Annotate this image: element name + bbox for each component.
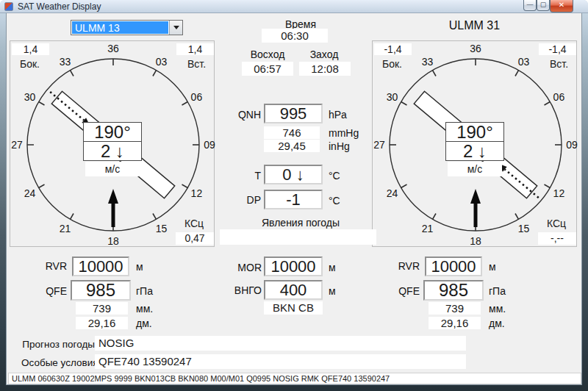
left-rvr-field[interactable]: 10000 <box>72 257 129 276</box>
temperature-label: T <box>234 170 261 182</box>
svg-text:33: 33 <box>422 56 434 68</box>
vngo-field[interactable]: 400 <box>264 280 323 300</box>
qnh-hpa-unit: hPa <box>329 109 347 121</box>
maximize-button[interactable]: ▢ <box>537 0 550 11</box>
close-button[interactable]: ✕ <box>550 0 573 12</box>
qnh-inhg-unit: inHg <box>329 140 350 152</box>
svg-text:06: 06 <box>553 91 565 103</box>
vngo-unit: м <box>329 285 336 297</box>
right-qfe-mm-value: 739 <box>429 302 481 315</box>
qnh-label: QNH <box>234 109 261 121</box>
special-conditions-field[interactable]: QFE740 13590247 <box>95 354 466 369</box>
right-wind-speed: 2 ↓ <box>445 141 504 161</box>
window-titlebar[interactable]: SAT Weather Display <box>0 0 588 13</box>
svg-text:03: 03 <box>518 56 530 68</box>
right-wind-unit: м/с <box>448 162 502 176</box>
svg-text:30: 30 <box>387 91 398 103</box>
wind-arrow-icon <box>108 189 118 227</box>
right-qfe-dm-value: 29,16 <box>429 317 481 329</box>
right-wind-direction: 190° <box>445 122 504 142</box>
svg-text:12: 12 <box>553 187 565 199</box>
dewpoint-unit: °C <box>329 195 340 207</box>
left-qfe-mm-unit: мм. <box>136 303 153 315</box>
mor-field[interactable]: 10000 <box>264 257 323 276</box>
forecast-field[interactable]: NOSIG <box>95 336 466 351</box>
right-ksc-label: КСц <box>538 218 575 229</box>
runway-selector[interactable]: ULMM 13 <box>71 20 183 35</box>
left-compass-panel: 1,4 Бок. 1,4 Вст. 3603 0609 1215 <box>10 40 215 247</box>
left-qfe-mm-value: 739 <box>76 302 128 315</box>
qnh-mmhg-unit: mmHg <box>329 127 359 139</box>
qnh-hpa-field[interactable]: 995 <box>264 104 323 123</box>
cloud-type-value: BKN CB <box>264 301 323 315</box>
sunrise-value: 06:57 <box>242 62 293 76</box>
svg-text:15: 15 <box>518 223 530 234</box>
forecast-label: Прогноз погоды <box>21 339 95 350</box>
right-rvr-field[interactable]: 10000 <box>425 257 482 276</box>
left-qfe-label: QFE <box>30 285 67 297</box>
approach-arrow-icon <box>50 92 90 125</box>
svg-text:27: 27 <box>11 139 23 151</box>
metar-statusbar: ULMM 060630Z 19002MPS 9999 BKN013CB BKN0… <box>8 373 581 384</box>
svg-text:06: 06 <box>191 91 203 103</box>
right-panel-title: ULMM 31 <box>372 19 577 32</box>
qnh-mmhg-value: 746 <box>264 126 320 139</box>
right-qfe-label: QFE <box>383 285 420 297</box>
right-compass-panel: -1,4 Бок. -1,4 Вст. 3603 0609 1215 <box>372 40 577 247</box>
left-wind-direction: 190° <box>83 122 142 142</box>
svg-text:30: 30 <box>24 91 36 103</box>
wind-arrow-icon <box>470 189 481 227</box>
special-conditions-label: Особые условия <box>21 357 95 368</box>
svg-text:24: 24 <box>387 187 398 199</box>
svg-text:36: 36 <box>470 43 481 54</box>
weather-phenomena-label: Явления погоды <box>243 217 358 229</box>
right-rvr-unit: м <box>489 261 496 273</box>
svg-text:18: 18 <box>470 235 481 247</box>
temperature-unit: °C <box>329 170 340 182</box>
runway-selector-dropdown-button[interactable] <box>169 21 182 35</box>
temperature-field[interactable]: 0 ↓ <box>264 165 323 184</box>
svg-text:33: 33 <box>60 56 71 68</box>
svg-text:09: 09 <box>566 139 578 151</box>
right-qfe-dm-unit: дм. <box>489 318 505 329</box>
weather-phenomena-field[interactable] <box>220 229 376 245</box>
svg-text:21: 21 <box>422 223 434 234</box>
svg-text:24: 24 <box>24 187 36 199</box>
sunset-value: 12:08 <box>299 62 351 76</box>
right-qfe-unit: гПа <box>489 285 506 297</box>
svg-text:27: 27 <box>373 139 385 151</box>
mor-unit: м <box>329 262 336 273</box>
sunset-label: Заход <box>298 49 350 60</box>
svg-text:03: 03 <box>156 56 168 68</box>
dewpoint-label: DP <box>234 194 261 206</box>
left-qfe-unit: гПа <box>136 285 153 297</box>
minimize-button[interactable]: — <box>523 0 537 11</box>
right-qfe-mm-unit: мм. <box>489 303 506 315</box>
vngo-label: ВНГО <box>229 284 262 296</box>
svg-text:21: 21 <box>60 223 71 234</box>
svg-text:12: 12 <box>191 187 203 199</box>
dewpoint-field[interactable]: -1 <box>264 190 323 209</box>
chevron-down-icon <box>173 26 179 29</box>
right-ksc-value: -,-- <box>538 232 576 245</box>
app-window: SAT Weather Display — ▢ ✕ ULMM 13 ULMM 3… <box>0 0 588 391</box>
svg-text:36: 36 <box>107 43 119 54</box>
left-rvr-unit: м <box>136 261 143 273</box>
svg-text:09: 09 <box>204 139 215 151</box>
right-qfe-field[interactable]: 985 <box>423 280 484 301</box>
qnh-inhg-value: 29,45 <box>264 140 320 152</box>
left-ksc-value: 0,47 <box>176 232 214 245</box>
left-wind-speed: 2 ↓ <box>83 141 142 161</box>
time-value: 06:30 <box>262 29 328 43</box>
left-qfe-field[interactable]: 985 <box>71 280 131 301</box>
app-icon <box>4 2 13 11</box>
left-qfe-dm-unit: дм. <box>136 318 152 329</box>
runway-selector-value: ULMM 13 <box>71 21 169 35</box>
right-rvr-label: RVR <box>383 260 420 272</box>
sunrise-label: Восход <box>242 49 293 60</box>
left-rvr-label: RVR <box>30 260 67 272</box>
left-wind-unit: м/с <box>85 162 140 176</box>
left-ksc-label: КСц <box>176 218 212 229</box>
svg-text:15: 15 <box>156 223 168 234</box>
window-title: SAT Weather Display <box>18 1 101 12</box>
